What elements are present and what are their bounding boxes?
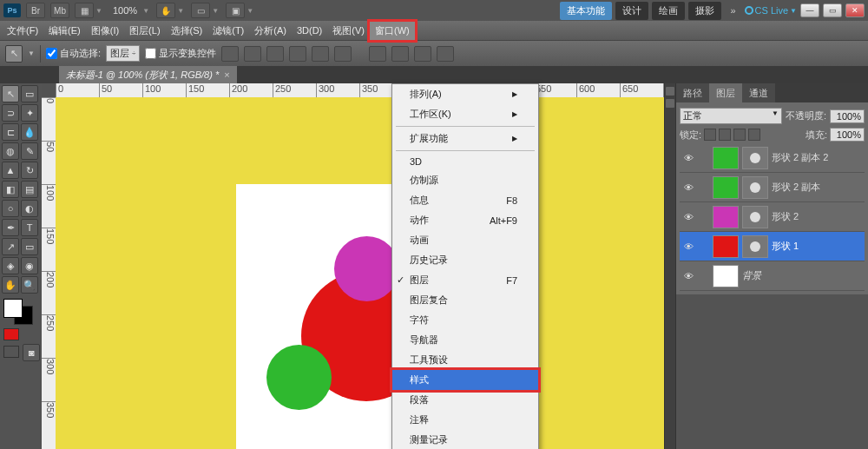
dd-arrange[interactable]: 排列(A)▶ — [392, 84, 538, 104]
stamp-tool[interactable]: ▲ — [2, 162, 19, 179]
align-icon-4[interactable] — [289, 46, 306, 62]
fill-input[interactable]: 100% — [830, 128, 865, 142]
dd-item[interactable]: 动画 — [392, 230, 538, 250]
marquee-tool[interactable]: ▭ — [21, 85, 38, 102]
chevron-down-icon[interactable]: ▼ — [212, 7, 220, 15]
workspace-photo[interactable]: 摄影 — [688, 2, 721, 20]
layer-thumbnail[interactable] — [713, 147, 739, 169]
lock-position-icon[interactable] — [733, 129, 746, 141]
align-icon-1[interactable] — [221, 46, 239, 62]
dd-item[interactable]: 历史记录 — [392, 250, 538, 270]
close-tab-icon[interactable]: × — [224, 69, 229, 80]
workspace-painting[interactable]: 绘画 — [652, 2, 685, 20]
layer-row[interactable]: 👁背景 — [680, 261, 865, 291]
move-tool[interactable]: ↖ — [2, 85, 19, 102]
layer-name[interactable]: 形状 2 副本 — [772, 181, 863, 194]
dd-item[interactable]: 样式 — [392, 370, 538, 390]
3d-camera-tool[interactable]: ◉ — [21, 257, 38, 274]
move-tool-icon[interactable]: ↖ — [5, 45, 23, 63]
dd-item[interactable]: 仿制源 — [392, 170, 538, 190]
menu-3d[interactable]: 3D(D) — [292, 23, 327, 38]
brush-tool[interactable]: ✎ — [21, 142, 38, 160]
visibility-icon[interactable]: 👁 — [681, 269, 695, 283]
layer-name[interactable]: 形状 2 — [772, 210, 863, 223]
layer-name[interactable]: 形状 1 — [772, 240, 863, 253]
dodge-tool[interactable]: ◐ — [21, 200, 38, 217]
visibility-icon[interactable]: 👁 — [681, 210, 695, 224]
arrange-docs-icon[interactable]: ▭ — [191, 3, 210, 18]
cslive-button[interactable]: CS Live▼ — [745, 5, 797, 16]
bridge-icon[interactable]: Br — [26, 3, 45, 18]
menu-view[interactable]: 视图(V) — [327, 22, 370, 40]
eraser-tool[interactable]: ◧ — [2, 181, 19, 198]
lasso-tool[interactable]: ⊃ — [2, 104, 19, 122]
close-button[interactable]: ✕ — [845, 3, 865, 17]
visibility-icon[interactable]: 👁 — [681, 240, 695, 254]
workspace-design[interactable]: 设计 — [615, 2, 648, 20]
chevron-down-icon[interactable]: ▼ — [142, 7, 151, 15]
tab-layers[interactable]: 图层 — [709, 83, 742, 102]
hand-tool-icon[interactable]: ✋ — [156, 3, 175, 18]
blend-mode-select[interactable]: 正常▼ — [680, 108, 782, 124]
more-workspaces-icon[interactable]: » — [725, 5, 740, 16]
blur-tool[interactable]: ○ — [2, 200, 19, 217]
canvas-background[interactable] — [56, 97, 676, 449]
layer-mask-thumbnail[interactable] — [742, 147, 768, 169]
fg-color-swatch[interactable] — [3, 299, 23, 318]
screen-mode-icon[interactable]: ▣ — [226, 3, 245, 18]
pen-tool[interactable]: ✒ — [2, 219, 19, 236]
dd-item[interactable]: 注释 — [392, 410, 538, 430]
shape-tool[interactable]: ▭ — [21, 238, 38, 255]
dd-item[interactable]: 动作Alt+F9 — [392, 210, 538, 230]
minibridge-icon[interactable]: Mb — [50, 3, 69, 18]
dd-item[interactable]: ✓图层F7 — [392, 270, 538, 290]
menu-image[interactable]: 图像(I) — [86, 22, 124, 40]
hand-tool[interactable]: ✋ — [2, 276, 19, 294]
dd-extensions[interactable]: 扩展功能▶ — [392, 129, 538, 149]
crop-tool[interactable]: ⊏ — [2, 123, 19, 141]
align-icon-2[interactable] — [244, 46, 261, 62]
align-icon-6[interactable] — [334, 46, 352, 62]
eyedropper-tool[interactable]: 💧 — [21, 123, 38, 141]
collapsed-panel-strip[interactable] — [664, 83, 676, 449]
dd-item[interactable]: 图层复合 — [392, 290, 538, 310]
dd-item[interactable]: 工具预设 — [392, 350, 538, 370]
distribute-icon-1[interactable] — [369, 46, 386, 62]
menu-analysis[interactable]: 分析(A) — [249, 22, 292, 40]
menu-filter[interactable]: 滤镜(T) — [207, 22, 249, 40]
layer-mask-thumbnail[interactable] — [742, 235, 768, 258]
show-transform-checkbox[interactable]: 显示变换控件 — [145, 47, 216, 60]
type-tool[interactable]: T — [21, 219, 38, 236]
lock-pixels-icon[interactable] — [719, 129, 731, 141]
dd-item[interactable]: 信息F8 — [392, 190, 538, 210]
dd-item[interactable]: 导航器 — [392, 330, 538, 350]
quick-mask-tool[interactable]: ◙ — [23, 344, 40, 361]
layer-thumbnail[interactable] — [713, 206, 739, 228]
dd-item[interactable]: 段落 — [392, 390, 538, 410]
tab-paths[interactable]: 路径 — [676, 83, 709, 102]
layer-mask-thumbnail[interactable] — [742, 206, 768, 228]
align-icon-5[interactable] — [312, 46, 329, 62]
zoom-level[interactable]: 100% — [109, 5, 141, 16]
color-swatch[interactable] — [2, 299, 35, 325]
document-tab[interactable]: 未标题-1 @ 100% (形状 1, RGB/8) *× — [59, 66, 237, 83]
menu-file[interactable]: 文件(F) — [2, 22, 43, 40]
view-extras-icon[interactable]: ▦ — [75, 3, 94, 18]
dd-item[interactable]: 3D — [392, 153, 538, 170]
tab-channels[interactable]: 通道 — [742, 83, 775, 102]
dd-item[interactable]: 字符 — [392, 310, 538, 330]
distribute-icon-4[interactable] — [437, 46, 454, 62]
shape-magenta-circle[interactable] — [334, 236, 399, 301]
layer-mask-thumbnail[interactable] — [742, 176, 768, 199]
minimize-button[interactable]: — — [800, 3, 819, 17]
history-brush-tool[interactable]: ↻ — [21, 162, 38, 179]
lock-trans-icon[interactable] — [704, 129, 716, 141]
shape-green-circle-left[interactable] — [266, 345, 332, 410]
dd-item[interactable]: 测量记录 — [392, 430, 538, 449]
collapse-icon[interactable] — [666, 99, 674, 108]
menu-edit[interactable]: 编辑(E) — [43, 22, 86, 40]
layer-name[interactable]: 形状 2 副本 2 — [772, 151, 863, 164]
collapse-icon[interactable] — [666, 87, 674, 96]
distribute-icon-2[interactable] — [391, 46, 409, 62]
auto-select-target[interactable]: 图层÷ — [106, 45, 140, 62]
